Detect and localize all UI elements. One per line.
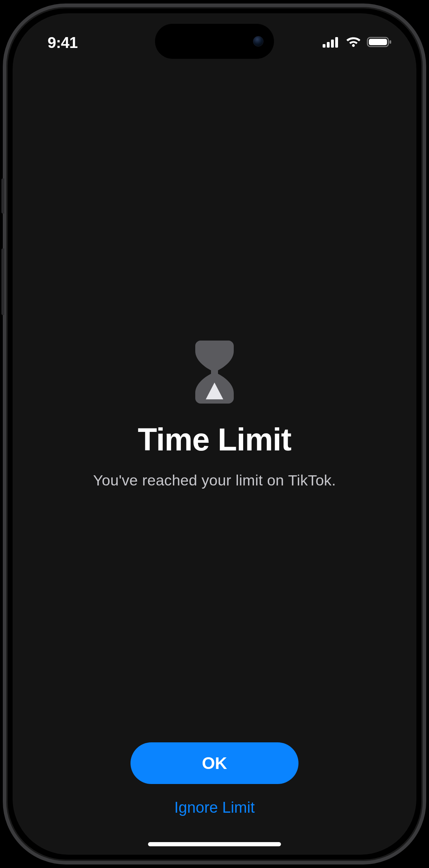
dynamic-island bbox=[155, 24, 274, 59]
page-title: Time Limit bbox=[138, 422, 291, 458]
svg-rect-5 bbox=[369, 39, 387, 45]
svg-rect-6 bbox=[389, 40, 391, 44]
battery-icon bbox=[367, 36, 392, 49]
content-area: Time Limit You've reached your limit on … bbox=[13, 17, 416, 813]
hourglass-icon bbox=[195, 341, 234, 405]
front-camera bbox=[253, 36, 263, 47]
ok-button[interactable]: OK bbox=[131, 742, 298, 784]
ignore-limit-button[interactable]: Ignore Limit bbox=[174, 799, 255, 816]
status-icons-group bbox=[323, 36, 392, 50]
phone-frame: 9:41 bbox=[3, 4, 426, 864]
svg-rect-1 bbox=[327, 42, 330, 48]
cellular-signal-icon bbox=[323, 36, 340, 49]
phone-screen: 9:41 bbox=[13, 13, 416, 855]
svg-rect-0 bbox=[323, 44, 325, 48]
status-time: 9:41 bbox=[48, 34, 78, 51]
wifi-icon bbox=[345, 36, 362, 50]
page-subtitle: You've reached your limit on TikTok. bbox=[93, 472, 336, 489]
home-indicator[interactable] bbox=[148, 842, 281, 846]
svg-rect-3 bbox=[335, 37, 338, 48]
svg-rect-2 bbox=[331, 40, 334, 48]
button-area: OK Ignore Limit bbox=[13, 742, 416, 855]
